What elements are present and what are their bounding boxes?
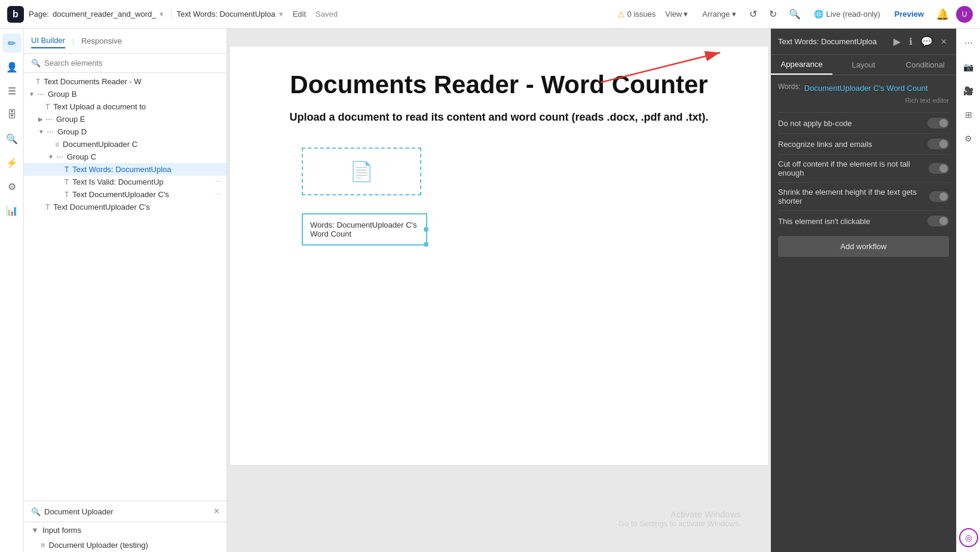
globe-icon: 🌐	[814, 10, 823, 19]
item-extra: ⋯	[215, 178, 222, 186]
tree-item-selected[interactable]: T Text Words: DocumentUploa	[24, 163, 226, 176]
video-button[interactable]: 🎥	[959, 81, 978, 100]
text-element-box[interactable]: Words: DocumentUploader C's Word Count	[302, 213, 427, 246]
tab-ui-builder[interactable]: UI Builder	[31, 33, 65, 48]
icon-bar: ✏ 👤 ☰ 🗄 🔍 ⚡ ⚙ 📊	[0, 29, 24, 552]
issues-indicator: ⚠ 0 issues	[617, 10, 656, 19]
page-chevron-icon: ▾	[160, 10, 164, 19]
tree-item[interactable]: T Text DocumentUploader C's	[24, 201, 226, 213]
view-label: View	[665, 10, 682, 19]
side-handle[interactable]	[424, 227, 428, 232]
toggle-icon[interactable]: ▼	[38, 128, 44, 135]
text-icon: T	[45, 203, 50, 211]
chart-icon-btn[interactable]: 📊	[2, 201, 22, 220]
group-icon: ⋯	[47, 128, 54, 136]
element-info: Text Words: DocumentUploa ▾	[176, 10, 283, 19]
view-button[interactable]: View ▾	[660, 7, 693, 21]
lower-search-close-button[interactable]: ×	[214, 506, 219, 517]
tree-item[interactable]: ▼ ⋯ Group D	[24, 125, 226, 138]
tree-item[interactable]: ▼ ⋯ Group B	[24, 88, 226, 100]
tab-appearance[interactable]: Appearance	[771, 55, 832, 75]
tab-layout[interactable]: Layout	[832, 55, 894, 75]
add-workflow-button[interactable]: Add workflow	[778, 236, 949, 257]
ui-builder-icon-btn[interactable]: ✏	[2, 33, 22, 53]
cut-off-label: Cut off content if the element is not ta…	[778, 160, 929, 177]
not-clickable-toggle[interactable]	[927, 216, 949, 226]
do-not-apply-row: Do not apply bb-code	[778, 112, 949, 133]
props-play-button[interactable]: ▶	[891, 35, 903, 48]
more-options-button[interactable]: ⋯	[959, 33, 978, 53]
database-icon-btn[interactable]: 🗄	[2, 105, 22, 124]
settings-icon-btn[interactable]: ⚙	[2, 177, 22, 196]
lower-list-item[interactable]: ≡ Document Uploader (testing)	[24, 538, 226, 552]
do-not-apply-toggle[interactable]	[927, 118, 949, 128]
tree-item[interactable]: T Text Is Valid: DocumentUp ⋯	[24, 176, 226, 188]
search-button[interactable]: 🔍	[785, 6, 804, 22]
tab-responsive[interactable]: Responsive	[81, 34, 122, 48]
camera-button[interactable]: 📷	[959, 57, 978, 76]
repeater-icon: ≡	[55, 140, 59, 149]
group-icon: ⋯	[45, 115, 53, 124]
toggle-icon[interactable]: ▼	[29, 91, 35, 97]
saved-label: Saved	[316, 10, 338, 19]
notification-button[interactable]: 🔔	[933, 5, 951, 23]
tree-item[interactable]: T Text Upload a document to	[24, 100, 226, 113]
page-label: Page:	[29, 10, 49, 19]
tree-label: Text Documents Reader - W	[44, 77, 222, 86]
preview-button[interactable]: Preview	[890, 7, 929, 21]
text-icon: T	[65, 191, 69, 199]
element-tree: T Text Documents Reader - W ▼ ⋯ Group B …	[24, 73, 226, 501]
toggle-knob	[939, 192, 948, 201]
search-input[interactable]	[44, 59, 219, 68]
canvas-area: Documents Reader - Word Counter Upload a…	[227, 29, 771, 552]
layers-icon-btn[interactable]: ☰	[2, 81, 22, 100]
resize-handle[interactable]	[424, 242, 428, 247]
lower-toggle-icon[interactable]: ▼	[31, 526, 39, 535]
text-element-content: Words: DocumentUploader C's Word Count	[310, 220, 417, 238]
tree-label: Group D	[57, 127, 222, 136]
redo-button[interactable]: ↻	[765, 6, 780, 22]
cut-off-toggle[interactable]	[929, 163, 949, 174]
not-clickable-label: This element isn't clickable	[778, 217, 870, 226]
properties-panel: Text Words: DocumentUploa ▶ ℹ 💬 × Appear…	[771, 29, 956, 552]
responsive-preview-button[interactable]: ◎	[959, 528, 978, 547]
tree-item[interactable]: ▶ ⋯ Group E	[24, 113, 226, 125]
tree-item[interactable]: T Text DocumentUploader C's ⋯	[24, 188, 226, 201]
avatar: U	[956, 6, 973, 23]
tree-item[interactable]: ▼ ⋯ Group C	[24, 151, 226, 163]
text-icon: T	[45, 103, 50, 111]
sub-tabs: UI Builder | Responsive	[24, 29, 226, 54]
item-extra: ⋯	[215, 191, 222, 198]
left-panel: UI Builder | Responsive 🔍 T Text Documen…	[24, 29, 227, 552]
undo-button[interactable]: ↺	[746, 6, 761, 22]
element-search-box: 🔍	[24, 54, 226, 73]
words-value: DocumentUploader C's Word Count	[804, 84, 928, 93]
arrange-button[interactable]: Arrange ▾	[697, 7, 740, 21]
shrink-toggle[interactable]	[929, 191, 949, 202]
toggle-icon[interactable]: ▼	[48, 154, 54, 160]
users-icon-btn[interactable]: 👤	[2, 57, 22, 76]
text-icon: T	[65, 165, 69, 174]
layout-button[interactable]: ⊞	[959, 105, 978, 124]
props-close-button[interactable]: ×	[939, 35, 949, 48]
tab-conditional[interactable]: Conditional	[895, 55, 956, 75]
element-name: Text Words: DocumentUploa	[176, 10, 275, 19]
edit-button[interactable]: Edit	[288, 7, 311, 21]
props-header: Text Words: DocumentUploa ▶ ℹ 💬 ×	[771, 29, 956, 55]
props-title: Text Words: DocumentUploa	[778, 37, 887, 46]
lightning-icon-btn[interactable]: ⚡	[2, 153, 22, 172]
props-info-button[interactable]: ℹ	[906, 35, 915, 48]
issues-count: 0 issues	[627, 10, 656, 19]
lower-search-input[interactable]	[44, 507, 214, 516]
recognize-links-row: Recognize links and emails	[778, 133, 949, 154]
tree-label: Text DocumentUploader C's	[72, 190, 213, 199]
search-icon-btn[interactable]: 🔍	[2, 129, 22, 148]
gear-icon-btn[interactable]: ⚙	[959, 129, 978, 148]
tree-item[interactable]: ≡ DocumentUploader C	[24, 138, 226, 151]
tree-item[interactable]: T Text Documents Reader - W	[24, 75, 226, 88]
live-button[interactable]: 🌐 Live (read-only)	[809, 7, 885, 21]
props-comment-button[interactable]: 💬	[918, 35, 935, 48]
canvas-subtitle: Upload a document to read its content an…	[266, 111, 732, 124]
toggle-icon[interactable]: ▶	[38, 116, 43, 122]
recognize-links-toggle[interactable]	[927, 139, 949, 149]
